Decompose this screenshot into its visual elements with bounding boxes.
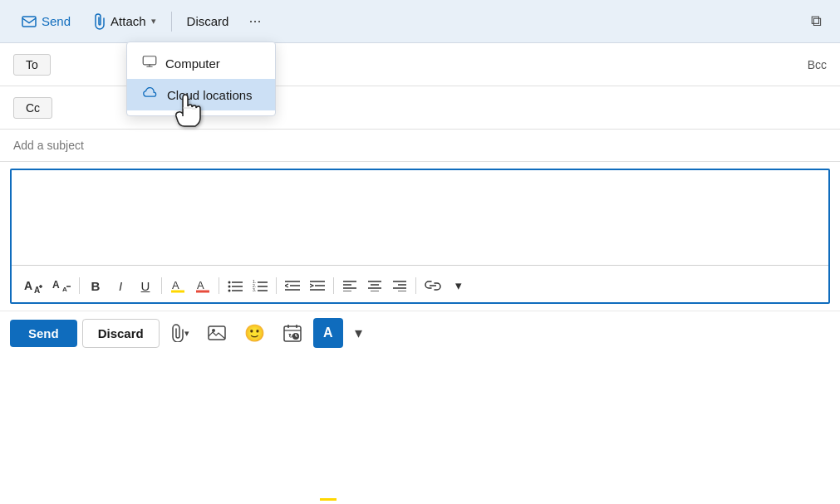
link-icon	[425, 280, 441, 291]
numbered-list-btn[interactable]: 1. 2. 3.	[248, 274, 272, 297]
svg-text:A: A	[197, 279, 204, 291]
attach-cloud-item[interactable]: Cloud locations	[127, 79, 275, 110]
svg-text:3.: 3.	[253, 287, 256, 292]
discard-label: Discard	[187, 14, 229, 28]
cloud-icon	[142, 87, 159, 102]
font-size-icon: A A	[24, 278, 42, 293]
bottom-more-button[interactable]: ▾	[348, 319, 369, 347]
to-label-container: To	[13, 54, 63, 76]
align-center-btn[interactable]	[363, 274, 386, 297]
fmt-sep-5	[333, 277, 334, 294]
computer-icon	[142, 56, 157, 71]
attach-dropdown-menu: Computer Cloud locations	[126, 42, 276, 116]
schedule-icon: ↻	[283, 324, 302, 342]
attach-label: Attach	[111, 14, 146, 28]
font-size-dec-icon: A A	[52, 278, 71, 293]
align-left-btn[interactable]	[338, 274, 361, 297]
font-color-btn[interactable]: A	[191, 274, 214, 297]
mail-icon	[22, 16, 37, 27]
attach-computer-item[interactable]: Computer	[127, 47, 275, 79]
fmt-sep-1	[79, 277, 80, 294]
fmt-sep-3	[219, 277, 219, 294]
numbered-list-icon: 1. 2. 3.	[253, 279, 268, 292]
cc-button[interactable]: Cc	[13, 97, 52, 119]
increase-indent-icon	[310, 280, 325, 291]
bottom-emoji-button[interactable]: 🙂	[238, 318, 272, 348]
align-left-icon	[343, 280, 356, 291]
subject-input[interactable]	[13, 139, 827, 152]
to-button[interactable]: To	[13, 54, 51, 76]
fmt-sep-6	[415, 277, 416, 294]
insert-link-btn[interactable]	[420, 274, 445, 297]
bottom-attach-button[interactable]: ▾	[165, 319, 196, 347]
bottom-send-button[interactable]: Send	[10, 320, 77, 347]
compose-divider	[12, 265, 828, 266]
toolbar-separator-1	[171, 12, 172, 32]
cloud-item-label: Cloud locations	[167, 88, 253, 102]
highlight-icon: A	[170, 278, 185, 293]
font-size-increase-btn[interactable]: A A	[20, 274, 47, 297]
cc-label-container: Cc	[13, 97, 63, 119]
attach-button[interactable]: Attach ▾	[82, 7, 168, 37]
align-right-icon	[393, 280, 406, 291]
svg-text:A: A	[24, 279, 32, 292]
bullet-list-btn[interactable]	[224, 274, 247, 297]
bottom-image-button[interactable]	[201, 321, 233, 345]
font-size-decrease-btn[interactable]: A A	[48, 274, 75, 297]
expand-button[interactable]: ⧉	[803, 7, 830, 35]
align-right-btn[interactable]	[388, 274, 411, 297]
discard-button[interactable]: Discard	[175, 7, 241, 37]
format-toolbar: A A A A B I U A	[12, 269, 828, 302]
top-toolbar: Send Attach ▾ Discard ··· ⧉	[0, 0, 840, 43]
bottom-schedule-button[interactable]: ↻	[277, 319, 308, 347]
svg-text:A: A	[172, 279, 179, 291]
attach-dropdown-arrow: ▾	[151, 16, 156, 27]
font-color-icon: A	[195, 278, 210, 293]
underline-btn[interactable]: U	[134, 274, 157, 297]
italic-btn[interactable]: I	[109, 274, 132, 297]
bold-btn[interactable]: B	[84, 274, 107, 297]
decrease-indent-btn[interactable]	[281, 274, 304, 297]
computer-item-label: Computer	[165, 56, 220, 71]
bottom-attach-arrow: ▾	[184, 328, 189, 339]
image-icon	[208, 325, 226, 340]
format-more-btn[interactable]: ▾	[447, 274, 470, 297]
fmt-sep-4	[276, 277, 277, 294]
send-button[interactable]: Send	[10, 7, 82, 37]
text-highlight-btn[interactable]: A	[166, 274, 189, 297]
font-a-label: A	[323, 325, 333, 340]
increase-indent-btn[interactable]	[306, 274, 329, 297]
bottom-paperclip-icon	[171, 324, 184, 342]
bottom-discard-button[interactable]: Discard	[82, 319, 160, 348]
svg-point-45	[212, 329, 215, 332]
svg-rect-44	[209, 326, 225, 340]
paperclip-icon	[94, 13, 106, 30]
compose-body[interactable]	[12, 170, 828, 262]
align-center-icon	[368, 280, 381, 291]
svg-text:A: A	[52, 279, 60, 291]
font-underline	[320, 498, 336, 501]
subject-row	[0, 130, 840, 162]
compose-area: A A A A B I U A	[10, 169, 830, 304]
send-label: Send	[42, 14, 71, 28]
svg-rect-0	[22, 17, 36, 27]
more-options-button[interactable]: ···	[240, 7, 269, 35]
svg-rect-1	[143, 56, 156, 65]
svg-point-15	[228, 290, 231, 292]
bottom-toolbar: Send Discard ▾ 🙂 ↻ A	[0, 311, 840, 355]
bottom-font-button[interactable]: A	[313, 318, 343, 348]
svg-point-13	[228, 281, 231, 284]
fmt-sep-2	[161, 277, 162, 294]
bcc-label[interactable]: Bcc	[808, 58, 827, 71]
svg-point-14	[228, 286, 231, 288]
bullet-list-icon	[228, 279, 243, 292]
decrease-indent-icon	[285, 280, 300, 291]
